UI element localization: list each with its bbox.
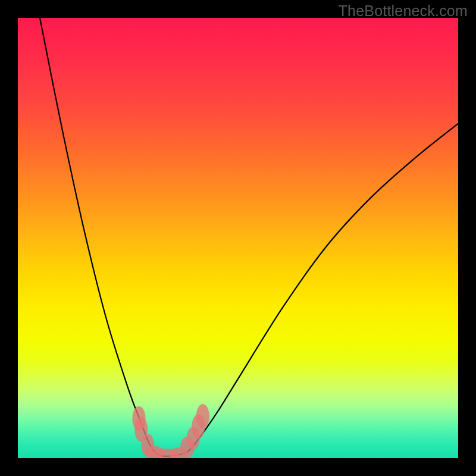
watermark: TheBottleneck.com <box>339 2 468 20</box>
bottleneck-curve-path <box>40 18 458 456</box>
chart-frame: TheBottleneck.com <box>0 0 476 476</box>
chart-svg <box>18 18 458 458</box>
data-marker <box>196 404 209 428</box>
plot-area <box>18 18 458 458</box>
data-markers <box>132 404 209 458</box>
